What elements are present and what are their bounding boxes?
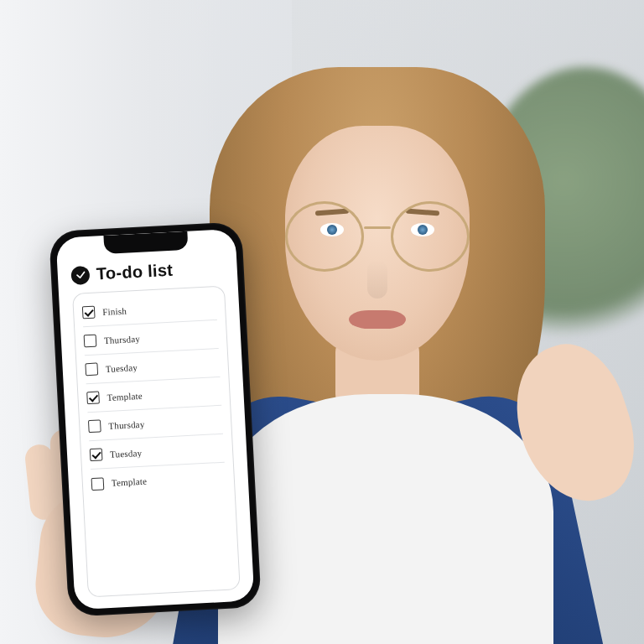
glasses-lens-right [391, 201, 470, 272]
lifestyle-photo: To-do list Finish Thursday Tuesday [0, 0, 644, 644]
lips [349, 310, 406, 329]
tshirt [218, 394, 553, 644]
task-checkbox[interactable] [88, 419, 101, 433]
task-label: Tuesday [110, 447, 143, 459]
task-checkbox[interactable] [86, 391, 100, 404]
phone-screen[interactable]: To-do list Finish Thursday Tuesday [56, 229, 255, 610]
task-label: Finish [102, 305, 127, 316]
task-list-card: Finish Thursday Tuesday Template [72, 285, 241, 597]
glasses-bridge [364, 226, 391, 229]
check-circle-icon [70, 265, 90, 284]
task-checkbox[interactable] [91, 477, 105, 491]
task-label: Thursday [104, 333, 141, 345]
task-label: Template [112, 476, 148, 488]
task-label: Template [106, 390, 143, 402]
task-label: Tuesday [105, 362, 138, 374]
task-checkbox[interactable] [84, 335, 97, 348]
task-label: Thursday [108, 418, 145, 430]
task-checkbox[interactable] [82, 306, 96, 319]
app-header: To-do list [70, 257, 224, 284]
task-row[interactable]: Template [91, 463, 226, 498]
app-title: To-do list [96, 261, 174, 284]
todo-app: To-do list Finish Thursday Tuesday [56, 229, 255, 610]
glasses [285, 201, 470, 268]
task-checkbox[interactable] [85, 362, 98, 376]
glasses-lens-left [285, 201, 364, 272]
smartphone: To-do list Finish Thursday Tuesday [49, 221, 262, 616]
task-checkbox[interactable] [90, 448, 103, 461]
